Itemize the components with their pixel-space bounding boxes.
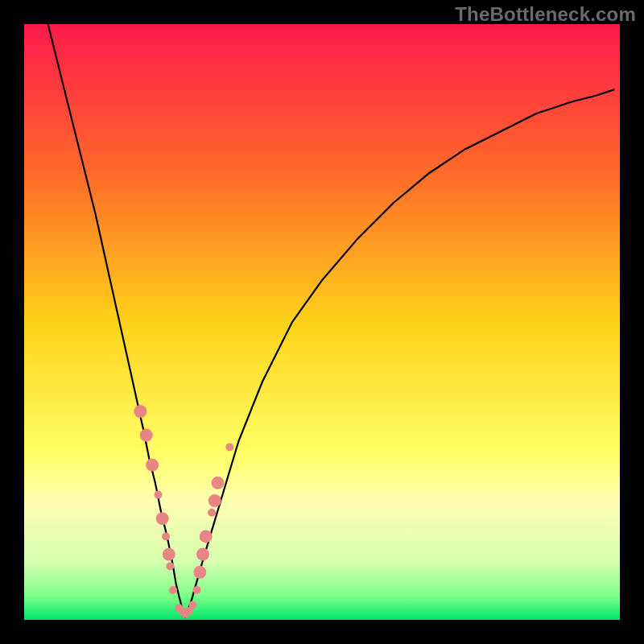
scatter-point: [200, 530, 213, 543]
scatter-point: [134, 405, 147, 418]
scatter-point: [212, 477, 225, 489]
scatter-point: [146, 459, 159, 472]
scatter-point: [162, 532, 170, 540]
scatter-point: [225, 443, 233, 451]
scatter-point: [188, 601, 196, 609]
scatter-point: [140, 429, 153, 442]
watermark-label: TheBottleneck.com: [455, 3, 636, 26]
scatter-point: [166, 562, 174, 570]
scatter-point: [156, 512, 169, 525]
scatter-point: [169, 586, 177, 594]
scatter-point: [163, 548, 175, 561]
bottleneck-chart: [24, 24, 620, 620]
scatter-point: [208, 509, 216, 517]
gradient-background: [24, 24, 620, 620]
scatter-point: [155, 491, 163, 499]
scatter-point: [193, 586, 201, 594]
scatter-point: [196, 548, 209, 561]
scatter-point: [208, 494, 221, 507]
scatter-point: [193, 566, 206, 579]
chart-frame: TheBottleneck.com: [0, 0, 644, 644]
